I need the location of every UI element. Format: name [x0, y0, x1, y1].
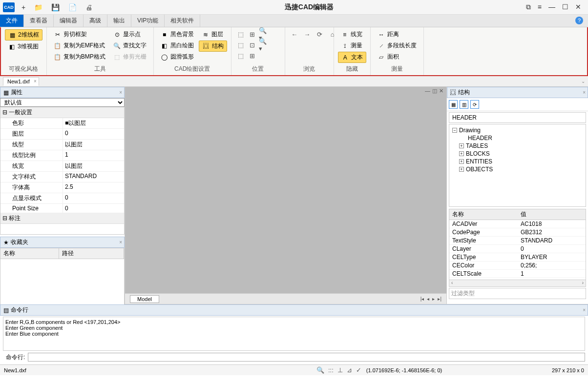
expand-icon[interactable]: + — [459, 143, 464, 148]
struct-tool-1-icon[interactable]: ▦ — [449, 100, 458, 109]
scroll-left-icon[interactable]: ‹ — [451, 280, 453, 286]
table-row[interactable]: CEColor0;256; — [449, 262, 586, 270]
pos-icon-6[interactable]: ⊞ — [247, 51, 258, 60]
btn-3d-view[interactable]: ◧3维视图 — [5, 41, 42, 52]
drawing-canvas[interactable] — [125, 87, 446, 293]
table-row[interactable]: CELTypeBYLAYER — [449, 253, 586, 262]
table-row[interactable]: CodePageGB2312 — [449, 228, 586, 237]
filter-type-input[interactable]: 过滤类型 — [449, 288, 586, 299]
minimize-icon[interactable]: — — [548, 3, 555, 11]
btn-linewidth[interactable]: ≡线宽 — [338, 29, 366, 40]
tab-file[interactable]: 文件 — [0, 15, 24, 27]
tab-last-icon[interactable]: ▸| — [438, 296, 441, 302]
document-tab[interactable]: New1.dxf × — [3, 77, 39, 86]
status-snap-icon[interactable]: 🔍 — [316, 366, 324, 374]
qat-save-icon[interactable]: 💾 — [51, 3, 60, 11]
status-check-icon[interactable]: ✓ — [356, 366, 361, 374]
pos-icon-5[interactable]: ⬚ — [235, 51, 246, 60]
tab-output[interactable]: 输出 — [107, 15, 131, 27]
col-path[interactable]: 路径 — [59, 248, 124, 259]
tree-node-entities[interactable]: +ENTITIES — [452, 158, 583, 165]
pos-zoomout-icon[interactable]: 🔍▾ — [259, 40, 270, 50]
tree-node-objects[interactable]: +OBJECTS — [452, 165, 583, 173]
properties-table[interactable]: ⊟ 一般设置 色彩■以图层 图层0 线型以图层 线型比例1 线宽以图层 文字样式… — [0, 107, 125, 235]
table-row[interactable]: CLayer0 — [449, 245, 586, 253]
table-row[interactable]: 线型比例1 — [0, 150, 124, 161]
pos-icon-1[interactable]: ⬚ — [235, 29, 246, 39]
btn-cut-frame[interactable]: ✂剪切框架 — [51, 29, 108, 40]
panel-close-icon[interactable]: × — [119, 240, 122, 245]
tab-next-icon[interactable]: ▸ — [432, 296, 435, 302]
table-row[interactable]: 图层0 — [0, 129, 124, 140]
tab-first-icon[interactable]: |◂ — [420, 296, 424, 302]
tab-related[interactable]: 相关软件 — [165, 15, 200, 27]
expand-icon[interactable]: + — [459, 159, 464, 164]
tab-vip[interactable]: VIP功能 — [131, 15, 165, 27]
btn-smooth-arc[interactable]: ◯圆滑弧形 — [158, 52, 197, 62]
help-icon[interactable]: ? — [575, 17, 583, 24]
canvas-max-icon[interactable]: ◫ — [432, 88, 437, 94]
table-row[interactable]: Point Size0 — [0, 204, 124, 213]
col-name[interactable]: 名称 — [0, 248, 59, 259]
expand-icon[interactable]: + — [459, 167, 464, 172]
prop-group-dimension[interactable]: ⊟ 标注 — [0, 213, 124, 224]
pos-icon-3[interactable]: ⬚ — [235, 40, 246, 50]
btn-show-points[interactable]: ⊙显示点 — [110, 29, 149, 40]
kv-body[interactable]: ACADVerAC1018 CodePageGB2312 TextStyleST… — [449, 220, 586, 280]
panel-close-icon[interactable]: × — [583, 90, 586, 95]
table-row[interactable]: 文字样式STANDARD — [0, 172, 124, 182]
restore-down-icon[interactable]: ⧉ — [526, 3, 531, 11]
table-row[interactable]: ACADVerAC1018 — [449, 220, 586, 228]
table-row[interactable]: 线宽以图层 — [0, 161, 124, 172]
tab-editor[interactable]: 编辑器 — [54, 15, 84, 27]
tree-node-header[interactable]: HEADER — [452, 134, 583, 142]
col-value[interactable]: 值 — [518, 209, 586, 220]
maximize-icon[interactable]: ☐ — [562, 3, 568, 11]
table-row[interactable]: CELWeight-1 — [449, 278, 586, 280]
structure-tree[interactable]: −Drawing HEADER +TABLES +BLOCKS +ENTITIE… — [449, 124, 586, 207]
panel-close-icon[interactable]: × — [583, 307, 586, 313]
panel-close-icon[interactable]: × — [119, 90, 122, 95]
tree-node-blocks[interactable]: +BLOCKS — [452, 150, 583, 158]
btn-copy-emf[interactable]: 📋复制为EMF格式 — [51, 40, 108, 51]
model-tab[interactable]: Model — [130, 295, 159, 303]
btn-black-bg[interactable]: ■黑色背景 — [158, 29, 197, 40]
nav-refresh-icon[interactable]: ⟳ — [315, 29, 325, 39]
property-selector[interactable]: 默认值 — [0, 98, 125, 107]
pos-icon-2[interactable]: ⊞ — [247, 29, 258, 39]
table-row[interactable]: CELTScale1 — [449, 270, 586, 278]
scroll-right-icon[interactable]: › — [582, 280, 584, 286]
tree-root[interactable]: −Drawing — [452, 126, 583, 134]
btn-layers[interactable]: ≋图层 — [199, 29, 227, 40]
btn-text[interactable]: A文本 — [338, 52, 366, 63]
struct-tool-2-icon[interactable]: ▥ — [460, 100, 468, 109]
prop-group-general[interactable]: ⊟ 一般设置 — [0, 107, 124, 118]
qat-print-icon[interactable]: 🖨 — [85, 3, 92, 11]
col-name[interactable]: 名称 — [449, 209, 518, 220]
tree-node-tables[interactable]: +TABLES — [452, 142, 583, 150]
expand-icon[interactable]: + — [459, 151, 464, 156]
menu-icon[interactable]: ≡ — [538, 3, 542, 11]
collapse-icon[interactable]: − — [452, 128, 457, 133]
btn-polyline-len[interactable]: ⟋多段线长度 — [375, 40, 420, 51]
btn-distance[interactable]: ↔距离 — [375, 29, 420, 40]
btn-copy-bmp[interactable]: 📋复制为BMP格式 — [51, 52, 108, 62]
table-row[interactable]: 线型以图层 — [0, 140, 124, 150]
btn-area[interactable]: ▱面积 — [375, 52, 420, 62]
table-row[interactable]: 点显示模式0 — [0, 193, 124, 204]
canvas-min-icon[interactable]: — — [425, 88, 430, 94]
tab-viewer[interactable]: 查看器 — [24, 15, 54, 27]
table-row[interactable]: TextStyleSTANDARD — [449, 237, 586, 245]
canvas-close-icon[interactable]: ✕ — [439, 88, 443, 94]
qat-export-icon[interactable]: 📄 — [68, 3, 77, 11]
btn-find-text[interactable]: 🔍查找文字 — [110, 40, 149, 51]
qat-open-icon[interactable]: 📁 — [34, 3, 42, 11]
btn-measure[interactable]: ⟟测量 — [338, 40, 366, 51]
qat-new-icon[interactable]: + — [21, 3, 25, 11]
status-polar-icon[interactable]: ⊿ — [347, 366, 352, 374]
struct-tool-3-icon[interactable]: ⟳ — [470, 100, 479, 109]
btn-2d-wireframe[interactable]: ▦2维线框 — [5, 29, 42, 40]
btn-structure[interactable]: ⿴结构 — [199, 40, 227, 52]
status-ortho-icon[interactable]: ⊥ — [337, 366, 343, 374]
command-input[interactable] — [28, 353, 585, 362]
